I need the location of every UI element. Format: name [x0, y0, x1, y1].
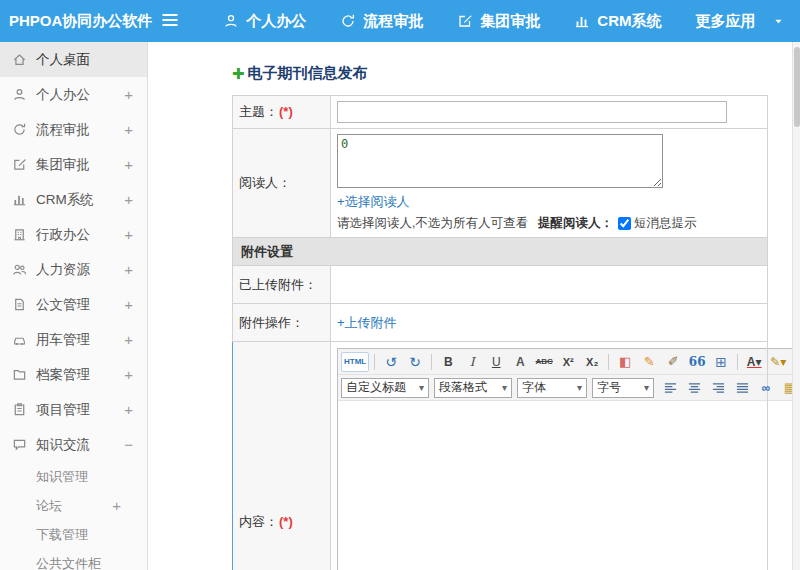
sidebar-item-project-mgmt[interactable]: 项目管理 +	[0, 392, 147, 427]
toolbar-separator	[737, 354, 738, 370]
add-icon: ✚	[232, 65, 245, 83]
car-icon	[12, 332, 27, 347]
sidebar-item-label: 集团审批	[36, 156, 124, 174]
expand-toggle[interactable]: +	[112, 497, 147, 514]
font-family-label: 字体	[522, 379, 546, 396]
sidebar-item-label: 知识交流	[36, 436, 124, 454]
align-justify-button[interactable]	[731, 378, 753, 398]
menu-icon[interactable]	[160, 10, 180, 32]
sidebar-item-archive-mgmt[interactable]: 档案管理 +	[0, 357, 147, 392]
expand-toggle[interactable]: +	[124, 86, 147, 103]
expand-toggle[interactable]: +	[124, 121, 147, 138]
undo-button[interactable]: ↺	[380, 352, 402, 372]
building-icon	[12, 227, 27, 242]
expand-toggle[interactable]: +	[124, 401, 147, 418]
nav-label: CRM系统	[597, 12, 661, 31]
collapse-toggle[interactable]: −	[124, 436, 147, 453]
align-left-button[interactable]	[659, 378, 681, 398]
format-brush-button[interactable]: ✎	[638, 352, 660, 372]
sidebar-item-label: 人力资源	[36, 261, 124, 279]
bar-chart-icon	[574, 13, 590, 29]
expand-toggle[interactable]: +	[124, 366, 147, 383]
sidebar-item-group-approval[interactable]: 集团审批 +	[0, 147, 147, 182]
nav-label: 集团审批	[480, 12, 540, 31]
nav-group-approval[interactable]: 集团审批	[440, 0, 557, 42]
select-readers-link[interactable]: +选择阅读人	[337, 194, 410, 209]
sidebar-item-workflow-approval[interactable]: 流程审批 +	[0, 112, 147, 147]
align-center-button[interactable]	[683, 378, 705, 398]
sidebar-item-label: 项目管理	[36, 401, 124, 419]
sidebar-item-personal-office[interactable]: 个人办公 +	[0, 77, 147, 112]
rich-text-editor: HTML ↺ ↻ B I U A ABC X² X₂ ◧	[337, 348, 800, 570]
align-center-icon	[687, 381, 702, 394]
sidebar-subitem-download-mgmt[interactable]: 下载管理	[0, 520, 147, 549]
scrollbar-thumb[interactable]	[794, 47, 800, 127]
folder-icon	[12, 367, 27, 382]
expand-toggle[interactable]: +	[124, 191, 147, 208]
expand-toggle[interactable]: +	[124, 156, 147, 173]
attachment-ops-label: 附件操作：	[239, 315, 304, 330]
table-button[interactable]: ⊞	[710, 352, 732, 372]
nav-workflow-approval[interactable]: 流程审批	[323, 0, 440, 42]
sidebar-subitem-knowledge-mgmt[interactable]: 知识管理	[0, 462, 147, 491]
paragraph-format-select[interactable]: 段落格式 ▾	[434, 378, 512, 398]
sidebar-item-knowledge-exchange[interactable]: 知识交流 −	[0, 427, 147, 462]
nav-label: 更多应用	[696, 12, 756, 31]
document-icon	[12, 297, 27, 312]
sidebar-item-vehicle-mgmt[interactable]: 用车管理 +	[0, 322, 147, 357]
expand-toggle[interactable]: +	[124, 331, 147, 348]
expand-toggle[interactable]: +	[124, 261, 147, 278]
nav-more-apps[interactable]: 更多应用	[679, 0, 800, 42]
font-family-select[interactable]: 字体 ▾	[517, 378, 587, 398]
remove-format-button[interactable]: ◧	[614, 352, 636, 372]
chevron-down-icon	[773, 16, 784, 27]
highlight-color-button[interactable]: ✎▾	[767, 352, 789, 372]
expand-toggle[interactable]: +	[124, 226, 147, 243]
readers-textarea[interactable]: 0	[337, 134, 663, 188]
font-size-label: 字号	[597, 379, 621, 396]
uploaded-files-area	[331, 266, 768, 304]
link-button[interactable]: ∞	[755, 378, 777, 398]
font-button[interactable]: A	[509, 352, 531, 372]
redo-button[interactable]: ↻	[404, 352, 426, 372]
sidebar-item-admin-office[interactable]: 行政办公 +	[0, 217, 147, 252]
readers-label: 阅读人：	[239, 175, 291, 190]
remind-readers-label: 提醒阅读人：	[538, 215, 613, 232]
nav-crm[interactable]: CRM系统	[557, 0, 678, 42]
subscript-button[interactable]: X₂	[581, 352, 603, 372]
strikethrough-button[interactable]: ABC	[533, 352, 555, 372]
html-source-button[interactable]: HTML	[341, 352, 369, 372]
editor-toolbar-row1: HTML ↺ ↻ B I U A ABC X² X₂ ◧	[338, 349, 800, 375]
expand-toggle[interactable]: +	[124, 296, 147, 313]
toolbar-separator	[374, 354, 375, 370]
toolbar-separator	[431, 354, 432, 370]
sidebar-item-hr[interactable]: 人力资源 +	[0, 252, 147, 287]
underline-button[interactable]: U	[485, 352, 507, 372]
editor-content-area[interactable]	[338, 401, 800, 570]
align-right-icon	[711, 381, 726, 394]
sidebar-item-personal-desktop[interactable]: 个人桌面	[0, 42, 147, 77]
sms-checkbox[interactable]	[618, 217, 631, 230]
sidebar-item-crm[interactable]: CRM系统 +	[0, 182, 147, 217]
italic-button[interactable]: I	[461, 352, 483, 372]
fill-color-button[interactable]: ✐	[662, 352, 684, 372]
sidebar-item-document-mgmt[interactable]: 公文管理 +	[0, 287, 147, 322]
upload-attachment-link[interactable]: +上传附件	[337, 315, 397, 330]
scrollbar[interactable]	[792, 42, 800, 570]
superscript-button[interactable]: X²	[557, 352, 579, 372]
font-color-button[interactable]: A▾	[743, 352, 765, 372]
form-row-content: 内容：(*) HTML ↺ ↻ B I U A ABC X²	[233, 342, 768, 570]
bold-button[interactable]: B	[437, 352, 459, 372]
font-size-select[interactable]: 字号 ▾	[592, 378, 654, 398]
app-title[interactable]: PHPOA协同办公软件	[0, 12, 152, 31]
nav-personal-office[interactable]: 个人办公	[206, 0, 323, 42]
editor-toolbar-row2: 自定义标题 ▾ 段落格式 ▾ 字体 ▾ 字号 ▾	[338, 375, 800, 401]
sidebar-subitem-public-file-cabinet[interactable]: 公共文件柜	[0, 549, 147, 570]
sms-label: 短消息提示	[634, 215, 697, 232]
align-right-button[interactable]	[707, 378, 729, 398]
blockquote-button[interactable]: 66	[686, 352, 708, 372]
subject-input[interactable]	[337, 101, 727, 123]
sidebar-item-label: 档案管理	[36, 366, 124, 384]
heading-select[interactable]: 自定义标题 ▾	[341, 378, 429, 398]
sidebar-subitem-forum[interactable]: 论坛 +	[0, 491, 147, 520]
